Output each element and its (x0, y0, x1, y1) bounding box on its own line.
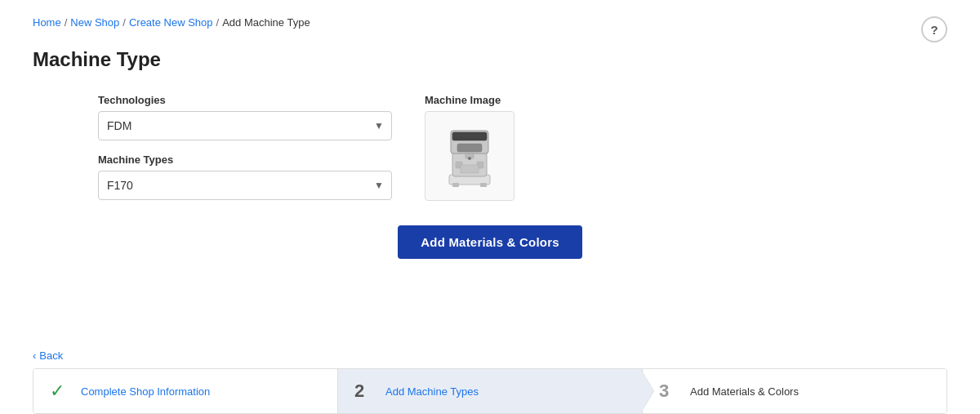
machine-image-label: Machine Image (425, 94, 514, 106)
breadcrumb-sep3: / (216, 16, 220, 29)
technologies-select-wrapper: FDM SLA SLS MJF DMLS ▼ (98, 111, 392, 140)
svg-point-6 (468, 157, 471, 160)
help-button[interactable]: ? (921, 16, 947, 42)
machine-image-section: Machine Image (425, 94, 514, 201)
breadcrumb-new-shop[interactable]: New Shop (70, 16, 119, 29)
step1-check-icon: ✓ (50, 381, 73, 402)
svg-rect-9 (461, 165, 479, 173)
machine-image-svg (441, 119, 498, 193)
step3-label: Add Materials & Colors (690, 385, 799, 398)
svg-rect-3 (452, 132, 487, 140)
breadcrumb: Home / New Shop / Create New Shop / Add … (33, 16, 947, 29)
step-2: 2 Add Machine Types (338, 369, 643, 413)
form-fields: Technologies FDM SLA SLS MJF DMLS ▼ Mach… (98, 94, 392, 201)
machine-types-label: Machine Types (98, 154, 392, 166)
add-materials-button[interactable]: Add Materials & Colors (398, 225, 581, 259)
machine-image-box (425, 111, 514, 201)
machine-types-field-group: Machine Types F170 F270 F370 Fortus 380m… (98, 154, 392, 200)
step1-label: Complete Shop Information (81, 385, 210, 398)
svg-rect-11 (480, 183, 487, 187)
page-wrapper: Home / New Shop / Create New Shop / Add … (0, 0, 980, 414)
breadcrumb-sep1: / (65, 16, 68, 29)
svg-rect-4 (457, 144, 482, 152)
breadcrumb-sep2: / (122, 16, 126, 29)
step-3: 3 Add Materials & Colors (643, 369, 947, 413)
technologies-field-group: Technologies FDM SLA SLS MJF DMLS ▼ (98, 94, 392, 140)
page-title: Machine Type (33, 48, 947, 71)
technologies-label: Technologies (98, 94, 392, 106)
machine-types-select[interactable]: F170 F270 F370 Fortus 380mc Fortus 450mc (98, 171, 392, 200)
back-chevron-icon: ‹ (33, 349, 36, 362)
action-row: Add Materials & Colors (33, 225, 947, 259)
technologies-select[interactable]: FDM SLA SLS MJF DMLS (98, 111, 392, 140)
form-section: Technologies FDM SLA SLS MJF DMLS ▼ Mach… (98, 94, 947, 201)
bottom-section: ‹ Back ✓ Complete Shop Information 2 Add… (0, 349, 980, 414)
breadcrumb-current: Add Machine Type (222, 16, 310, 29)
back-link-label: Back (39, 349, 63, 362)
step2-label: Add Machine Types (385, 385, 479, 398)
back-link[interactable]: ‹ Back (33, 349, 947, 362)
step3-number: 3 (659, 381, 682, 402)
machine-types-select-wrapper: F170 F270 F370 Fortus 380mc Fortus 450mc… (98, 171, 392, 200)
svg-rect-10 (452, 183, 459, 187)
breadcrumb-home[interactable]: Home (33, 16, 61, 29)
step2-number: 2 (354, 381, 377, 402)
stepper: ✓ Complete Shop Information 2 Add Machin… (33, 368, 947, 414)
step-1: ✓ Complete Shop Information (33, 369, 338, 413)
breadcrumb-create-new-shop[interactable]: Create New Shop (129, 16, 213, 29)
